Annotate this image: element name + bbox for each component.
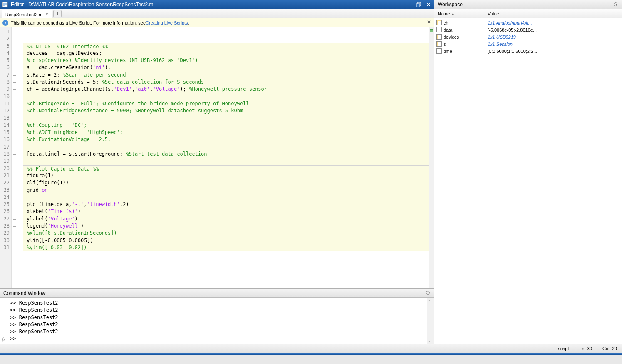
code-line[interactable]: xlabel('Time (s)')	[23, 208, 429, 215]
code-line[interactable]: %% NI UST-9162 Interface %%	[23, 43, 429, 50]
workspace-col-value[interactable]: Value	[484, 11, 572, 16]
code-line[interactable]: figure(1)	[23, 172, 429, 179]
line-number: 26	[0, 208, 11, 215]
line-number: 22	[0, 179, 11, 186]
line-number: 27	[0, 215, 11, 223]
command-history-line[interactable]: >> RespSensTest2	[7, 321, 427, 328]
code-line[interactable]: grid on	[23, 187, 429, 194]
command-window-menu-icon[interactable]	[426, 290, 430, 296]
command-scrollbar[interactable]: ▴ ▾	[427, 298, 434, 344]
line-number: 13	[0, 115, 11, 122]
workspace-var-row[interactable]: devices1x1 USB9219	[434, 33, 622, 40]
command-prompt[interactable]: >>	[7, 335, 427, 342]
fold-column[interactable]: ––––––––––––––	[12, 27, 23, 288]
code-line[interactable]: s = daq.createSession('ni');	[23, 64, 429, 71]
line-number: 11	[0, 100, 11, 107]
var-value: [-5.0068e-05;-2.8610e...	[484, 27, 622, 32]
fold-mark[interactable]: –	[12, 208, 23, 215]
code-line[interactable]	[23, 35, 429, 42]
code-line[interactable]: %ch.BridgeMode = 'Full'; %Configures the…	[23, 100, 429, 107]
code-line[interactable]: %ch.ExcitationVoltage = 2.5;	[23, 136, 429, 143]
line-number-gutter: 1234567891011121314151617181920212223242…	[0, 27, 12, 288]
editor-area[interactable]: 1234567891011121314151617181920212223242…	[0, 27, 434, 288]
code-line[interactable]	[23, 144, 429, 151]
bottom-strip	[0, 353, 622, 355]
line-number: 20	[0, 165, 11, 172]
workspace-var-row[interactable]: data[-5.0068e-05;-2.8610e...	[434, 26, 622, 33]
code-line[interactable]: %xlim([0 s.DurationInSeconds])	[23, 230, 429, 237]
editor-title: Editor - D:\MATLAB Code\Respiration Sens…	[11, 2, 415, 7]
scroll-up-icon[interactable]: ▴	[428, 298, 430, 302]
fold-mark[interactable]: –	[12, 237, 23, 244]
line-number: 25	[0, 201, 11, 208]
code-line[interactable]: plot(time,data,'-.','linewidth',2)	[23, 201, 429, 208]
workspace-var-row[interactable]: s1x1 Session	[434, 40, 622, 47]
workspace-menu-icon[interactable]	[612, 1, 619, 8]
command-history-line[interactable]: >> RespSensTest2	[7, 300, 427, 307]
code-line[interactable]	[23, 194, 429, 201]
code-line[interactable]: %ylim([-0.03 -0.02])	[23, 244, 429, 251]
command-history-line[interactable]: >> RespSensTest2	[7, 328, 427, 335]
creating-live-scripts-link[interactable]: Creating Live Scripts	[146, 20, 188, 25]
command-history-line[interactable]: >> RespSensTest2	[7, 314, 427, 321]
line-number: 18	[0, 151, 11, 158]
print-margin	[266, 27, 266, 288]
notice-close-icon[interactable]: ✕	[427, 19, 431, 25]
code-line[interactable]: %% Plot Captured Data %%	[23, 165, 429, 172]
text-caret	[84, 238, 84, 243]
overview-ruler[interactable]	[429, 27, 434, 288]
restore-down-icon[interactable]	[415, 1, 422, 8]
code-line[interactable]: [data,time] = s.startForeground; %Start …	[23, 151, 429, 158]
code-line[interactable]: ch = addAnalogInputChannel(s,'Dev1','ai0…	[23, 86, 429, 93]
code-line[interactable]: s.Rate = 2; %Scan rate per second	[23, 72, 429, 79]
workspace-table-header[interactable]: Name▲ Value	[434, 9, 622, 18]
fold-mark	[12, 100, 23, 107]
tab-close-icon[interactable]: ✕	[45, 12, 49, 17]
fold-mark[interactable]: –	[12, 64, 23, 71]
tab-respsenstest2[interactable]: RespSensTest2.m ✕	[2, 10, 52, 18]
fold-mark[interactable]: –	[12, 172, 23, 179]
code-line[interactable]: %ch.ADCTimingMode = 'HighSpeed';	[23, 129, 429, 136]
code-line[interactable]: legend('Honeywell')	[23, 223, 429, 230]
code-line[interactable]: ylabel('Voltage')	[23, 215, 429, 223]
code-line[interactable]	[23, 115, 429, 122]
fold-mark	[12, 43, 23, 50]
workspace-var-row[interactable]: ch1x1 AnalogInputVolt...	[434, 19, 622, 26]
info-icon: i	[2, 20, 8, 26]
code-line[interactable]: ylim([-0.0005 0.0005])	[23, 237, 429, 244]
workspace-var-row[interactable]: time[0;0.5000;1;1.5000;2;2....	[434, 47, 622, 54]
command-lines[interactable]: >> RespSensTest2>> RespSensTest2>> RespS…	[7, 298, 427, 344]
code-line[interactable]	[23, 158, 429, 165]
command-window-body[interactable]: fx >> RespSensTest2>> RespSensTest2>> Re…	[0, 298, 434, 344]
scroll-down-icon[interactable]: ▾	[428, 340, 430, 344]
command-history-line[interactable]: >> RespSensTest2	[7, 307, 427, 314]
workspace-col-name[interactable]: Name▲	[434, 11, 484, 16]
code-column[interactable]: %% NI UST-9162 Interface %%devices = daq…	[23, 27, 429, 288]
fold-mark	[12, 144, 23, 151]
fold-mark[interactable]: –	[12, 179, 23, 186]
fold-mark[interactable]: –	[12, 72, 23, 79]
code-line[interactable]	[23, 28, 429, 35]
code-line[interactable]: % disp(devices) %Identify devices (NI US…	[23, 57, 429, 64]
fold-mark[interactable]: –	[12, 201, 23, 208]
close-editor-icon[interactable]	[425, 1, 432, 8]
code-line[interactable]: devices = daq.getDevices;	[23, 50, 429, 57]
fold-mark[interactable]: –	[12, 79, 23, 86]
code-line[interactable]: %ch.NominalBridgeResistance = 5000; %Hon…	[23, 107, 429, 114]
fold-mark[interactable]: –	[12, 86, 23, 93]
fold-mark[interactable]: –	[12, 151, 23, 158]
fold-mark	[12, 230, 23, 237]
fold-mark[interactable]: –	[12, 223, 23, 230]
fold-mark[interactable]: –	[12, 187, 23, 194]
code-line[interactable]: s.DurationInSeconds = 5; %Set data colle…	[23, 79, 429, 86]
code-line[interactable]	[23, 93, 429, 100]
fold-mark[interactable]: –	[12, 50, 23, 57]
statusbar: script Ln 30 Col 20	[0, 344, 622, 353]
command-window-title: Command Window	[3, 290, 426, 296]
fold-mark[interactable]: –	[12, 215, 23, 223]
tab-add-button[interactable]: +	[53, 10, 62, 17]
fx-icon[interactable]: fx	[0, 298, 7, 344]
code-line[interactable]: clf(figure(1))	[23, 179, 429, 186]
overview-ok-mark	[430, 29, 433, 32]
code-line[interactable]: %ch.Coupling = 'DC';	[23, 122, 429, 129]
